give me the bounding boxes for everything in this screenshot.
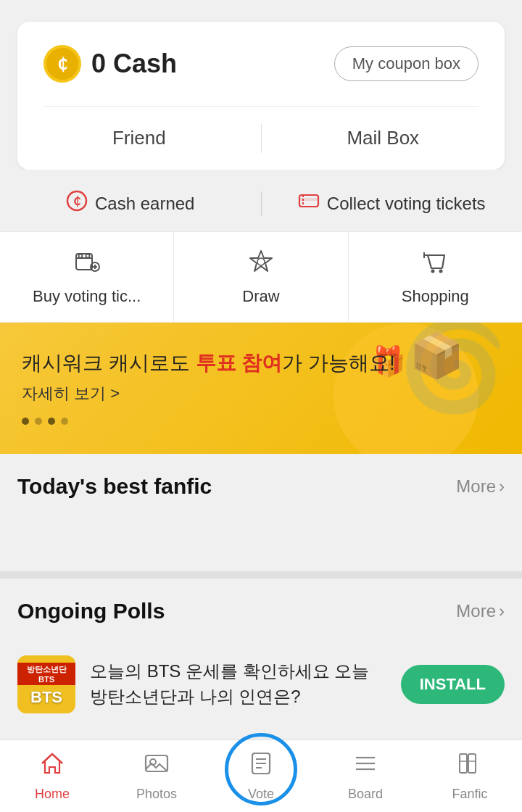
vote-icon [248,750,274,782]
svg-point-18 [431,270,435,273]
svg-rect-6 [299,198,318,201]
nav-vote-label: Vote [248,787,274,802]
banner-text-highlight: 투표 참여 [196,352,283,374]
nav-home[interactable]: Home [0,743,104,809]
coin-icon: ₵ [44,45,81,83]
svg-rect-29 [460,754,467,773]
card-actions: Friend Mail Box [17,107,505,170]
banner-dots [22,418,500,425]
mailbox-button[interactable]: Mail Box [262,107,505,170]
promo-banner[interactable]: 🌀 📦 🎁 캐시워크 캐시로도 투표 참여가 가능해요! 자세히 보기 > [0,323,522,454]
polls-divider [0,571,522,579]
svg-text:₵: ₵ [57,55,67,73]
dot-2 [35,418,42,425]
polls-more-label: More [456,601,496,621]
cash-amount: 0 Cash [91,49,177,79]
poll-description: 오늘의 BTS 운세를 확인하세요 오늘 방탄소년단과 나의 인연은? [90,659,386,710]
bottom-navigation: Home Photos Vote [0,740,522,812]
nav-fanfic[interactable]: Fanfic [418,743,522,809]
fanfic-content-area [0,513,522,571]
polls-section-header: Ongoing Polls More › [0,579,522,638]
nav-board[interactable]: Board [313,743,418,809]
svg-point-10 [78,254,82,258]
fanfic-title: Today's best fanfic [17,474,212,499]
nav-board-label: Board [348,787,383,802]
cash-earned-label: Cash earned [95,194,194,214]
polls-more-button[interactable]: More › [456,601,505,621]
cash-row: ₵ 0 Cash My coupon box [17,22,505,106]
board-icon [352,750,378,782]
banner-main-text: 캐시워크 캐시로도 투표 참여가 가능해요! [22,349,500,377]
svg-point-19 [439,270,443,273]
install-button[interactable]: INSTALL [401,665,505,704]
fanfic-more-chevron: › [499,476,505,497]
svg-point-16 [257,258,265,265]
collect-tickets-link[interactable]: Collect voting tickets [262,190,523,217]
poll-thumbnail: 방탄소년단 BTS BTS [17,655,75,713]
dot-4 [61,418,68,425]
cash-left: ₵ 0 Cash [44,45,177,83]
shopping-label: Shopping [402,287,469,306]
banner-text-after: 가 가능해요! [282,352,395,374]
nav-home-label: Home [35,787,70,802]
svg-rect-30 [468,754,476,773]
quick-links: ₵ Cash earned Collect voting tickets [0,170,522,231]
draw-icon [247,248,275,281]
nav-fanfic-label: Fanfic [452,787,487,802]
photos-icon [144,750,170,782]
cash-icon: ₵ [66,190,88,217]
nav-vote[interactable]: Vote [209,743,313,809]
fanfic-icon [457,750,483,782]
poll-thumb-top-text: 방탄소년단 BTS [17,663,75,685]
collect-tickets-label: Collect voting tickets [327,194,486,214]
ticket-icon [298,190,320,217]
buy-tickets-icon [73,248,101,281]
dot-1 [22,418,29,425]
shopping-button[interactable]: Shopping [349,232,522,322]
svg-point-11 [86,254,89,258]
fanfic-more-label: More [456,476,496,497]
coupon-box-button[interactable]: My coupon box [334,46,478,81]
cash-card: ₵ 0 Cash My coupon box Friend Mail Box [17,22,505,170]
svg-text:₵: ₵ [73,195,80,207]
action-grid: Buy voting tic... Draw Shopping [0,231,522,323]
fanfic-section-header: Today's best fanfic More › [0,454,522,513]
cash-earned-link[interactable]: ₵ Cash earned [0,190,261,217]
draw-button[interactable]: Draw [174,232,348,322]
home-icon [39,750,65,782]
buy-tickets-button[interactable]: Buy voting tic... [0,232,174,322]
poll-thumb-label: BTS [30,688,62,707]
polls-more-chevron: › [499,601,505,621]
fanfic-more-button[interactable]: More › [456,476,505,497]
dot-3 [48,418,55,425]
buy-tickets-label: Buy voting tic... [33,287,141,306]
svg-marker-15 [250,251,272,271]
nav-photos[interactable]: Photos [104,743,209,809]
draw-label: Draw [242,287,279,306]
banner-subtext: 자세히 보기 > [22,383,500,405]
friend-button[interactable]: Friend [17,107,261,170]
poll-item: 방탄소년단 BTS BTS 오늘의 BTS 운세를 확인하세요 오늘 방탄소년단… [0,638,522,731]
polls-title: Ongoing Polls [17,599,165,624]
banner-text-before: 캐시워크 캐시로도 [22,352,196,374]
shopping-icon [421,248,449,281]
nav-photos-label: Photos [136,787,177,802]
